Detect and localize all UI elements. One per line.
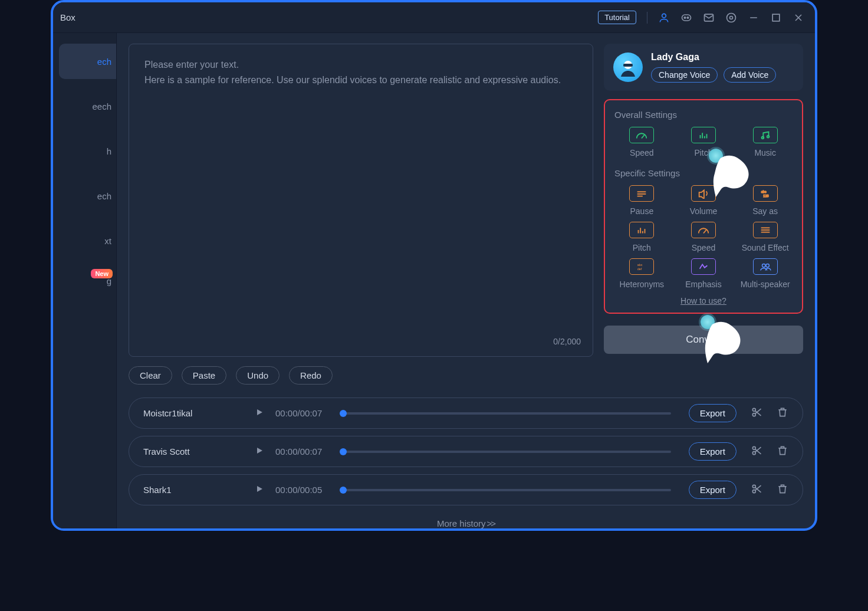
- overall-music[interactable]: Music: [737, 127, 794, 157]
- history-list: Moistcr1tikal 00:00/00:07 Export Travis …: [129, 398, 803, 528]
- right-column: Lady Gaga Change Voice Add Voice Overall…: [604, 44, 803, 385]
- specific-emphasis[interactable]: Emphasis: [675, 258, 732, 289]
- editor-placeholder-line2: Here is a sample for reference. Use our …: [144, 73, 577, 88]
- close-button[interactable]: [793, 12, 804, 24]
- svg-point-36: [766, 264, 770, 267]
- delete-icon[interactable]: [777, 445, 788, 459]
- speed-icon-2: [691, 222, 716, 238]
- titlebar-controls: Tutorial: [598, 11, 804, 24]
- svg-point-5: [730, 16, 733, 19]
- app-window: Box Tutorial: [51, 0, 817, 531]
- history-item-name: Shark1: [143, 485, 244, 495]
- specific-heteronyms[interactable]: abcdef Heteronyms: [613, 258, 670, 289]
- voice-avatar: [613, 52, 643, 82]
- history-item-time: 00:00/00:07: [275, 408, 322, 418]
- pitch-icon: [691, 127, 716, 143]
- history-item-time: 00:00/00:07: [275, 446, 322, 456]
- svg-text:abc: abc: [761, 190, 766, 193]
- sidebar-item-3[interactable]: ech: [53, 178, 116, 213]
- sidebar-item-2[interactable]: h: [53, 133, 116, 169]
- add-voice-button[interactable]: Add Voice: [724, 67, 776, 83]
- svg-rect-1: [682, 15, 691, 21]
- undo-button[interactable]: Undo: [236, 366, 280, 385]
- editor-actions: Clear Paste Undo Redo: [129, 366, 593, 385]
- delete-icon[interactable]: [777, 406, 788, 421]
- user-icon[interactable]: [658, 12, 670, 24]
- svg-point-3: [687, 17, 689, 18]
- specific-sayas[interactable]: abc123 Say as: [737, 185, 794, 216]
- titlebar-divider: [647, 12, 647, 24]
- main-area: Please enter your text. Here is a sample…: [117, 33, 815, 528]
- more-history-link[interactable]: More history>>: [129, 518, 803, 528]
- sidebar-item-5[interactable]: g New: [53, 268, 116, 294]
- change-voice-button[interactable]: Change Voice: [651, 67, 718, 83]
- tutorial-button[interactable]: Tutorial: [598, 11, 636, 24]
- sidebar-item-0[interactable]: ech: [59, 44, 116, 79]
- sidebar-item-label: xt: [104, 236, 111, 246]
- paste-button[interactable]: Paste: [182, 366, 226, 385]
- clear-button[interactable]: Clear: [129, 366, 172, 385]
- convert-button[interactable]: Convert: [604, 326, 803, 354]
- specific-settings-title: Specific Settings: [614, 168, 794, 178]
- how-to-use-link[interactable]: How to use?: [613, 296, 794, 306]
- overall-pitch[interactable]: Pitch: [675, 127, 732, 157]
- speed-icon: [629, 127, 654, 143]
- multispeaker-icon: [753, 258, 778, 275]
- specific-multispeaker[interactable]: Multi-speaker: [737, 258, 794, 289]
- cut-icon[interactable]: [751, 445, 762, 459]
- voice-name: Lady Gaga: [651, 52, 794, 63]
- specific-soundeffect[interactable]: Sound Effect: [737, 222, 794, 252]
- specific-speed[interactable]: Speed: [675, 222, 732, 252]
- pitch-icon-2: [629, 222, 654, 238]
- play-button[interactable]: [255, 408, 264, 419]
- seek-track[interactable]: [340, 451, 670, 453]
- history-item-name: Moistcr1tikal: [143, 408, 244, 418]
- editor-panel: Please enter your text. Here is a sample…: [129, 44, 593, 385]
- svg-point-2: [684, 17, 686, 18]
- pause-icon: [629, 185, 654, 202]
- svg-text:def: def: [637, 267, 642, 271]
- overall-speed[interactable]: Speed: [613, 127, 670, 157]
- export-button[interactable]: Export: [689, 481, 737, 499]
- mail-icon[interactable]: [703, 12, 715, 24]
- history-item-name: Travis Scott: [143, 446, 244, 456]
- sidebar-item-label: ech: [97, 191, 111, 201]
- redo-button[interactable]: Redo: [289, 366, 333, 385]
- sidebar-item-label: eech: [92, 101, 111, 111]
- overall-settings-title: Overall Settings: [614, 110, 794, 120]
- export-button[interactable]: Export: [689, 442, 737, 461]
- svg-line-13: [642, 135, 645, 139]
- emphasis-icon: [691, 258, 716, 275]
- maximize-button[interactable]: [770, 12, 782, 24]
- seek-track[interactable]: [340, 489, 670, 491]
- cut-icon[interactable]: [751, 406, 762, 421]
- seek-track[interactable]: [340, 412, 670, 415]
- specific-volume[interactable]: Volume: [675, 185, 732, 216]
- history-row: Shark1 00:00/00:05 Export: [129, 474, 803, 505]
- svg-point-18: [761, 137, 764, 139]
- sidebar-item-label: ech: [97, 57, 111, 67]
- sidebar-item-1[interactable]: eech: [53, 88, 116, 124]
- sayas-icon: abc123: [753, 185, 778, 202]
- export-button[interactable]: Export: [689, 404, 737, 422]
- svg-text:123: 123: [763, 194, 768, 198]
- minimize-button[interactable]: [748, 12, 760, 24]
- soundeffect-icon: [753, 222, 778, 238]
- text-editor[interactable]: Please enter your text. Here is a sample…: [129, 44, 593, 357]
- play-button[interactable]: [255, 485, 264, 495]
- voice-card: Lady Gaga Change Voice Add Voice: [604, 44, 803, 91]
- delete-icon[interactable]: [777, 483, 788, 497]
- svg-point-6: [727, 13, 736, 22]
- history-row: Travis Scott 00:00/00:07 Export: [129, 436, 803, 467]
- specific-pause[interactable]: Pause: [613, 185, 670, 216]
- sidebar-item-4[interactable]: xt: [53, 223, 116, 258]
- settings-icon[interactable]: [725, 12, 737, 24]
- specific-pitch[interactable]: Pitch: [613, 222, 670, 252]
- cut-icon[interactable]: [751, 483, 762, 497]
- discord-icon[interactable]: [680, 12, 692, 24]
- editor-placeholder-line1: Please enter your text.: [144, 57, 577, 73]
- app-body: ech eech h ech xt g New: [53, 33, 815, 528]
- svg-rect-8: [772, 14, 780, 21]
- heteronyms-icon: abcdef: [629, 258, 654, 275]
- play-button[interactable]: [255, 446, 264, 457]
